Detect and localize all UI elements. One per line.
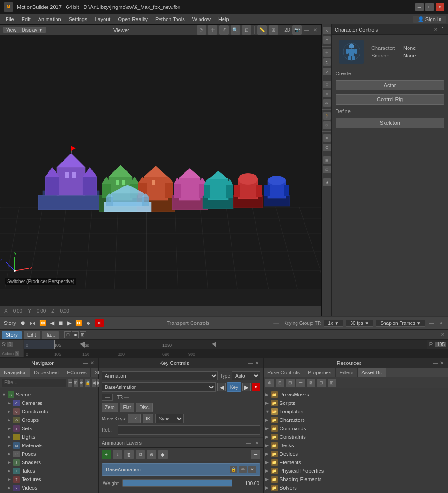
res-tab-asset[interactable]: Asset Br. (358, 368, 386, 377)
chain-icon[interactable]: ⊟ (323, 166, 331, 173)
keying-button[interactable]: ✕ (95, 319, 104, 327)
go-end-button[interactable]: ⏭ (85, 319, 93, 327)
weight-bar[interactable] (122, 479, 232, 487)
res-close-button[interactable]: ✕ (439, 360, 445, 366)
pan-icon[interactable]: ✛ (208, 25, 217, 35)
res-tool-grid2[interactable]: ⊟ (286, 379, 295, 387)
snap-selector[interactable]: Snap on Frames ▼ (376, 320, 425, 327)
nav-min-button[interactable]: — (82, 360, 89, 366)
record-button[interactable]: ⏺ (19, 319, 27, 327)
pin-icon[interactable]: ⊙ (323, 144, 331, 151)
res-tool-grid5[interactable]: ⊞ (328, 379, 336, 387)
res-item-shading[interactable]: ▶ 📁 Shading Elements (264, 475, 448, 484)
res-tab-properties[interactable]: Properties (304, 368, 336, 377)
display-button[interactable]: Display▼ (19, 27, 46, 33)
delete-layer-button[interactable]: 🗑 (124, 450, 134, 459)
nav-tab-navigator[interactable]: Navigator (0, 368, 30, 377)
char-controls-close-button[interactable]: ✕ (432, 26, 439, 33)
move-tool[interactable]: ✛ (323, 49, 331, 57)
mannequin-icon[interactable]: 🚶 (323, 112, 331, 120)
magnet-icon[interactable]: ⊗ (323, 134, 331, 142)
maximize-button[interactable]: □ (425, 3, 434, 11)
sign-in-button[interactable]: 👤 Sign In (413, 16, 446, 23)
menu-open-reality[interactable]: Open Reality (114, 16, 152, 23)
key-min-button[interactable]: — (247, 360, 254, 366)
menu-edit[interactable]: Edit (18, 16, 34, 23)
sphere-icon[interactable]: ○ (323, 90, 331, 97)
res-item-templates[interactable]: ▼ 📂 Templates (264, 407, 448, 416)
view-button[interactable]: View (3, 27, 19, 33)
key-next-button[interactable]: ▶ (242, 383, 251, 391)
res-item-decks[interactable]: ▶ 📁 Decks (264, 441, 448, 450)
layer-copy-button[interactable]: ⧉ (136, 450, 145, 459)
tree-item-poses[interactable]: ▶ P Poses (0, 450, 98, 458)
nav-tool-prev[interactable]: ◀ (92, 379, 96, 387)
hand-icon[interactable]: ☞ (323, 121, 331, 129)
story-box3[interactable]: ⊞ (80, 331, 86, 338)
joints-icon[interactable]: ⊞ (323, 156, 331, 164)
layer-down-button[interactable]: ↓ (113, 450, 122, 459)
tree-item-cameras[interactable]: ▶ C Cameras (0, 399, 98, 407)
s-track[interactable]: 0 105 150 1050 0 (24, 340, 427, 349)
zero-button[interactable]: Zero (102, 403, 118, 412)
rotate-tool[interactable]: ↻ (323, 58, 331, 66)
frame-icon[interactable]: ⊡ (242, 25, 251, 35)
go-start-button[interactable]: ⏮ (28, 319, 37, 327)
fk-button[interactable]: FK (128, 414, 141, 423)
res-item-characters[interactable]: ▶ 📁 Characters (264, 416, 448, 424)
key-delete-button[interactable]: ✕ (252, 383, 260, 391)
res-tab-filters[interactable]: Filters (336, 368, 358, 377)
end-frame[interactable]: 105 (435, 342, 446, 347)
ik-button[interactable]: IK (143, 414, 153, 423)
transport-close-button[interactable]: ✕ (438, 320, 444, 326)
tree-item-sets[interactable]: ▶ S Sets (0, 424, 98, 433)
ref-input[interactable] (118, 425, 260, 435)
nav-filter-input[interactable] (2, 379, 66, 387)
close-button[interactable]: ✕ (436, 3, 444, 11)
res-item-physical[interactable]: ▶ 📁 Physical Properties (264, 467, 448, 475)
ta-tab[interactable]: Ta... (42, 331, 59, 339)
menu-settings[interactable]: Settings (65, 16, 91, 23)
res-item-constraints[interactable]: ▶ 📁 Constraints (264, 433, 448, 441)
speed-selector[interactable]: 1x ▼ (324, 320, 343, 327)
res-tool-grid4[interactable]: ⊡ (317, 379, 326, 387)
fps-selector[interactable]: 30 fps ▼ (346, 320, 373, 327)
animation-select[interactable]: Animation (102, 371, 218, 380)
nav-close-button[interactable]: ✕ (89, 360, 96, 366)
res-tool-grid3[interactable]: ⊠ (307, 379, 315, 387)
play-button[interactable]: ▶ (66, 319, 73, 327)
action-track[interactable]: 0 105 150 300 690 900 (24, 349, 448, 358)
story-min-button[interactable]: — (431, 331, 438, 338)
panel-min-button[interactable]: — (304, 27, 310, 33)
actor-button[interactable]: Actor (336, 80, 444, 90)
key-button[interactable]: Key (227, 382, 241, 392)
menu-window[interactable]: Window (189, 16, 215, 23)
key-prev-button[interactable]: ◀ (217, 383, 226, 391)
story-tab[interactable]: Story (2, 331, 22, 339)
base-animation-layer[interactable]: BaseAnimation 🔒 👁 ✕ (102, 463, 260, 476)
res-tool-list[interactable]: ☰ (296, 379, 305, 387)
layer-mute-icon[interactable]: ✕ (248, 466, 256, 473)
tree-item-takes[interactable]: ▶ T Takes (0, 467, 98, 475)
pencil-icon[interactable]: ✏ (323, 99, 331, 107)
type-select[interactable]: Auto (232, 371, 260, 380)
res-item-prevismoves[interactable]: ▶ 📁 PrevisMoves (264, 390, 448, 399)
more-icon[interactable]: ⋮ (440, 26, 445, 32)
tree-item-videos[interactable]: ▶ V Videos (0, 484, 98, 492)
action-frame[interactable]: 0 (15, 351, 19, 356)
skeleton-button[interactable]: Skeleton (336, 118, 444, 128)
tree-item-groups[interactable]: ▶ G Groups (0, 416, 98, 424)
res-item-scripts[interactable]: ▶ 📁 Scripts (264, 399, 448, 407)
nav-tab-dopesheet[interactable]: Dopesheet (30, 368, 63, 377)
edit-tab[interactable]: Edit (24, 331, 40, 339)
stop-button[interactable]: ⏹ (56, 319, 65, 327)
transform-tool[interactable]: ⊕ (323, 36, 331, 44)
camera-icon[interactable]: 📷 (292, 25, 302, 35)
disc-button[interactable]: Disc. (136, 403, 153, 412)
layer-solo-button[interactable]: ◆ (158, 450, 168, 459)
control-rig-button[interactable]: Control Rig (336, 94, 444, 105)
play-back-button[interactable]: ◀ (48, 319, 56, 327)
tree-item-textures[interactable]: ▶ T Textures (0, 475, 98, 484)
res-item-solvers[interactable]: ▶ 📁 Solvers (264, 484, 448, 492)
nav-tab-fcurves[interactable]: FCurves (63, 368, 91, 377)
